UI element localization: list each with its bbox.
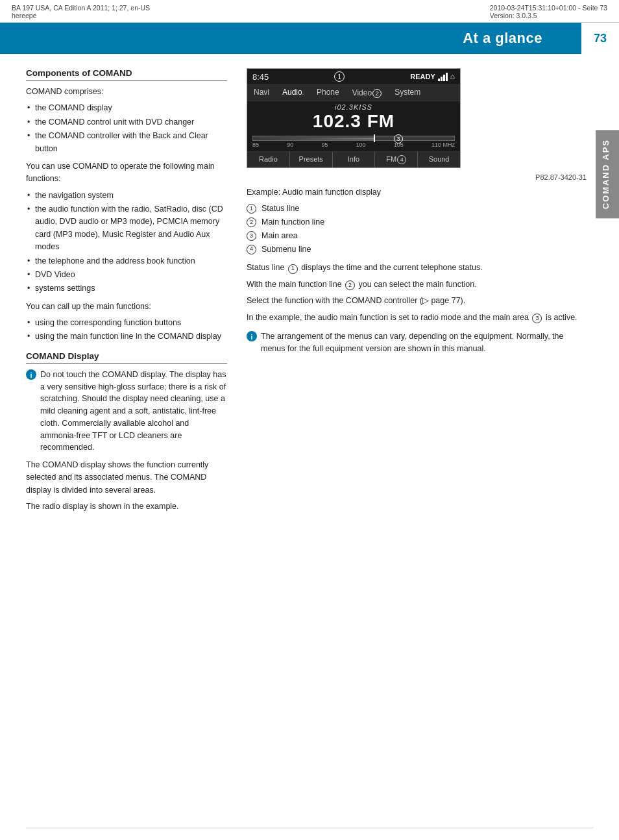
list-item: the telephone and the address book funct…: [26, 255, 227, 267]
list-item-2: 2 Main function line: [247, 216, 587, 229]
list-item-4: 4 Submenu line: [247, 243, 587, 256]
rd-freq-100: 100: [356, 142, 366, 148]
list-item-3: 3 Main area: [247, 230, 587, 242]
header-meta: BA 197 USA, CA Edition A 2011; 1; 27, en…: [0, 0, 619, 23]
rd-time: 8:45: [252, 72, 269, 82]
rd-sub-sound: Sound: [418, 152, 460, 167]
rd-freq-95: 95: [321, 142, 328, 148]
bullets3: using the corresponding function buttons…: [26, 317, 227, 343]
rd-main-nav: Navi Audio. Phone Video2 System: [247, 85, 460, 101]
bar1: [438, 79, 440, 81]
inline-circle-3: 3: [532, 314, 542, 323]
para1: COMAND comprises:: [26, 86, 227, 98]
list-item: systems settings: [26, 282, 227, 295]
rd-nav-audio: Audio.: [276, 85, 310, 101]
list-text-1: Status line: [261, 203, 299, 215]
circle-2: 2: [247, 217, 256, 227]
list-text-2: Main function line: [261, 216, 324, 229]
rd-sub-info: Info: [333, 152, 376, 167]
list-text-4: Submenu line: [261, 243, 311, 256]
rd-freq-90: 90: [287, 142, 293, 148]
rc-para4: In the example, the audio main function …: [247, 312, 587, 324]
rd-signal-bars: [438, 73, 448, 81]
list-item: using the corresponding function buttons: [26, 317, 227, 329]
para2: You can use COMAND to operate the follow…: [26, 160, 227, 186]
list-item: using the main function line in the COMA…: [26, 330, 227, 343]
rc-para3: Select the function with the COMAND cont…: [247, 295, 587, 307]
list-item: the navigation system: [26, 190, 227, 202]
circle-4: 4: [247, 245, 256, 254]
rd-tuner-bar: 3 85 90 95 100 105 110 MHz: [247, 133, 460, 151]
header-left-line1: BA 197 USA, CA Edition A 2011; 1; 27, en…: [12, 4, 150, 12]
rd-ready: READY ⌂: [410, 72, 455, 81]
info-text: Do not touch the COMAND display. The dis…: [40, 369, 227, 454]
para4: The COMAND display shows the function cu…: [26, 459, 227, 497]
rd-tuner-track: [252, 136, 455, 141]
circle-3: 3: [247, 231, 256, 241]
main-content: Components of COMAND COMAND comprises: t…: [0, 54, 619, 532]
list-item: the audio function with the radio, SatRa…: [26, 203, 227, 254]
bar4: [446, 73, 448, 81]
info-box-1: i Do not touch the COMAND display. The d…: [26, 369, 227, 454]
list-text-3: Main area: [261, 230, 298, 242]
footer-line: [26, 828, 593, 828]
bar2: [441, 77, 443, 81]
section1-heading: Components of COMAND: [26, 68, 227, 80]
rc-para1: Status line 1 displays the time and the …: [247, 262, 587, 274]
info-box-2: i The arrangement of the menus can vary,…: [247, 330, 587, 355]
rd-station-freq: 102.3 FM: [252, 111, 455, 132]
page-title: At a glance: [0, 30, 581, 47]
rd-tuner-indicator: [374, 134, 375, 142]
inline-circle-2: 2: [345, 280, 355, 290]
info-icon: i: [26, 369, 36, 380]
sidebar-label: COMAND APS: [596, 130, 619, 218]
title-bar: At a glance 73: [0, 23, 619, 54]
left-column: Components of COMAND COMAND comprises: t…: [26, 68, 227, 517]
rd-sub-radio: Radio: [247, 152, 290, 167]
header-left: BA 197 USA, CA Edition A 2011; 1; 27, en…: [12, 4, 150, 19]
inline-circle-1: 1: [288, 264, 298, 274]
rd-station-area: i02.3KISS 102.3 FM: [247, 101, 460, 133]
example-label: Example: Audio main function display: [247, 186, 587, 199]
rc-info-text: The arrangement of the menus can vary, d…: [261, 330, 587, 355]
rd-circle1: 1: [334, 71, 345, 82]
rd-tuner-fill: [253, 138, 454, 140]
rd-antenna-icon: ⌂: [450, 72, 455, 81]
right-column: 8:45 1 READY ⌂ Navi Audio. Phone: [247, 68, 587, 517]
rd-freq-110: 110 MHz: [431, 142, 455, 148]
rd-ready-text: READY: [410, 73, 435, 80]
list-item: the COMAND display: [26, 102, 227, 114]
bar3: [443, 75, 445, 81]
para5: The radio display is shown in the exampl…: [26, 500, 227, 513]
rd-caption: P82.87-3420-31: [247, 173, 587, 181]
list-item: the COMAND control unit with DVD changer: [26, 116, 227, 129]
header-left-line2: hereepe: [12, 12, 150, 19]
rd-sub-presets: Presets: [290, 152, 333, 167]
rd-status-bar: 8:45 1 READY ⌂: [247, 69, 460, 85]
bullets1: the COMAND display the COMAND control un…: [26, 102, 227, 155]
circle-1: 1: [247, 204, 256, 214]
numbered-list: 1 Status line 2 Main function line 3 Mai…: [247, 203, 587, 255]
section2-heading: COMAND Display: [26, 351, 227, 364]
para3: You can call up the main functions:: [26, 301, 227, 313]
list-item-1: 1 Status line: [247, 203, 587, 215]
rd-sub-fm: FM4: [375, 152, 418, 167]
info-icon-2: i: [247, 331, 257, 341]
rd-nav-system: System: [388, 85, 427, 101]
rc-para2: With the main function line 2 you can se…: [247, 278, 587, 291]
bullets2: the navigation system the audio function…: [26, 190, 227, 295]
header-right-line2: Version: 3.0.3.5: [490, 12, 607, 19]
page-number: 73: [581, 23, 619, 54]
rd-circle3: 3: [394, 134, 403, 143]
rd-nav-navi: Navi: [247, 85, 276, 101]
header-right-line1: 2010-03-24T15:31:10+01:00 - Seite 73: [490, 4, 607, 12]
rd-submenu: Radio Presets Info FM4 Sound: [247, 151, 460, 167]
rd-nav-phone: Phone: [310, 85, 346, 101]
header-right: 2010-03-24T15:31:10+01:00 - Seite 73 Ver…: [490, 4, 607, 19]
list-item: DVD Video: [26, 269, 227, 281]
rd-tuner-wrapper: 3: [252, 136, 455, 141]
rd-freq-85: 85: [252, 142, 259, 148]
rd-nav-video: Video2: [346, 85, 388, 101]
radio-display: 8:45 1 READY ⌂ Navi Audio. Phone: [247, 68, 461, 168]
list-item: the COMAND controller with the Back and …: [26, 130, 227, 155]
